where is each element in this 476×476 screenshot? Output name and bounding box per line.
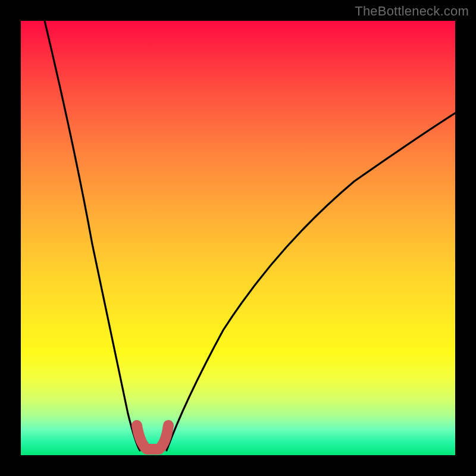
- curve-left-branch: [45, 21, 140, 450]
- chart-curves-layer: [21, 21, 455, 455]
- valley-highlight: [137, 425, 168, 449]
- chart-frame: TheBottleneck.com: [0, 0, 476, 476]
- plot-area: [21, 21, 455, 455]
- curve-right-branch: [167, 113, 455, 450]
- watermark-text: TheBottleneck.com: [355, 4, 469, 19]
